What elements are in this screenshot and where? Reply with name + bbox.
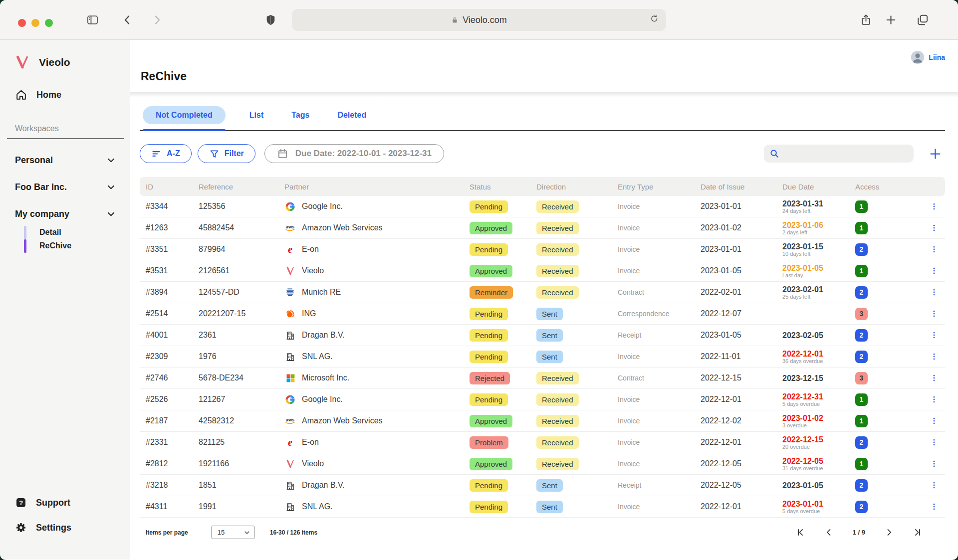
row-menu-button[interactable] [917,331,945,340]
cell-id: #2331 [140,438,193,447]
cell-partner: ING [278,308,464,320]
cell-direction: Sent [530,329,612,342]
table-row[interactable]: #2526121267Google Inc.PendingReceivedInv… [140,389,945,410]
cell-status: Pending [464,200,530,213]
last-page-button[interactable] [913,528,922,537]
row-menu-button[interactable] [917,266,945,275]
partner-name: Munich RE [302,288,341,297]
sort-button[interactable]: A-Z [140,144,192,163]
address-bar[interactable]: Vieolo.com [292,9,666,31]
table-row[interactable]: #27465678-DE234Microsoft Inc.RejectedRec… [140,368,945,389]
table-row[interactable]: #218742582312awsAmazon Web ServicesAppro… [140,410,945,432]
sidebar-workspace-foo-bar-inc[interactable]: Foo Bar Inc. [0,181,130,193]
table-row[interactable]: #28121921166VieoloApprovedReceivedInvoic… [140,453,945,475]
row-menu-button[interactable] [917,481,945,490]
row-menu-button[interactable] [917,438,945,447]
tab-overview-icon[interactable] [916,13,929,26]
row-menu-button[interactable] [917,288,945,297]
cell-access: 1 [849,458,917,470]
privacy-shield-icon[interactable] [264,13,277,26]
forward-button[interactable] [151,14,163,26]
row-menu-button[interactable] [917,223,945,232]
close-window-button[interactable] [18,19,26,27]
partner-name: E-on [302,438,319,447]
row-menu-button[interactable] [917,245,945,254]
row-menu-button[interactable] [917,309,945,318]
cell-reference: 1976 [193,352,278,361]
row-menu-button[interactable] [917,352,945,361]
tab-deleted[interactable]: Deleted [337,106,366,124]
zoom-window-button[interactable] [45,19,53,27]
table-row[interactable]: #3344125356Google Inc.PendingReceivedInv… [140,196,945,217]
direction-badge: Received [536,415,579,427]
row-menu-button[interactable] [917,459,945,468]
table-row[interactable]: #23091976SNL AG.PendingSentInvoice2022-1… [140,346,945,368]
new-tab-icon[interactable] [885,13,897,26]
cell-status: Rejected [464,372,530,384]
cell-id: #2309 [140,352,193,361]
avatar[interactable] [911,51,924,64]
cell-due-date: 2022-12-0136 days overdue [776,350,849,364]
access-badge: 1 [855,393,868,406]
search-input[interactable] [783,150,909,158]
table-row[interactable]: #40012361Dragan B.V.PendingSentReceipt20… [140,325,945,346]
sidebar-item-settings[interactable]: Settings [0,522,130,534]
status-badge: Pending [470,393,508,406]
table-row[interactable]: #2331821125eE-onProblemReceivedInvoice20… [140,432,945,453]
sidebar-toggle-icon[interactable] [86,13,99,26]
add-entry-button[interactable] [929,147,942,161]
table-header: IDReferencePartnerStatusDirectionEntry T… [140,177,945,196]
table-row[interactable]: #43111991SNL AG.PendingSentInvoice2022-1… [140,496,945,518]
cell-id: #3218 [140,481,193,490]
settings-label: Settings [36,523,71,533]
sidebar-subitem-rechive[interactable]: ReChive [26,239,71,253]
table-row[interactable]: #3894124557-DDMunich REReminderReceivedC… [140,282,945,303]
search-box [764,145,914,163]
items-range-label: 16-30 / 126 items [270,529,317,536]
cell-direction: Received [530,458,612,470]
table-row[interactable]: #3351879964eE-onPendingReceivedInvoice20… [140,239,945,260]
filter-button[interactable]: Filter [198,144,255,163]
table-row[interactable]: #32181851Dragan B.V.PendingSentReceipt20… [140,475,945,496]
tab-list[interactable]: List [249,106,263,124]
share-icon[interactable] [860,13,872,26]
direction-badge: Sent [536,501,563,513]
minimize-window-button[interactable] [31,19,39,27]
cell-access: 2 [849,351,917,363]
status-badge: Approved [470,458,512,470]
tab-not-completed[interactable]: Not Completed [143,106,226,124]
cell-entry-type: Invoice [612,202,695,210]
row-menu-button[interactable] [917,416,945,425]
workspaces-label: Workspaces [0,124,130,133]
user-name[interactable]: Liina [929,53,945,61]
table-row[interactable]: #126345882454awsAmazon Web ServicesAppro… [140,217,945,239]
table-row[interactable]: #251420221207-15INGPendingSentCorrespond… [140,303,945,325]
status-badge: Approved [470,265,512,277]
table-row[interactable]: #35312126561VieoloApprovedReceivedInvoic… [140,260,945,282]
row-menu-button[interactable] [917,202,945,211]
items-per-page-select[interactable]: 15 [211,526,255,539]
due-date-filter[interactable]: Due Date: 2022-10-01 - 2023-12-31 [264,144,444,163]
previous-page-button[interactable] [824,528,834,537]
cell-status: Reminder [464,286,530,299]
tab-tags[interactable]: Tags [291,106,309,124]
cell-date-of-issue: 2023-01-05 [695,331,776,340]
first-page-button[interactable] [796,528,805,537]
items-per-page-value: 15 [218,529,225,536]
sidebar-workspace-my-company[interactable]: My company [0,208,130,220]
back-button[interactable] [121,14,133,26]
access-badge: 2 [855,479,868,492]
sidebar-item-home[interactable]: Home [0,89,130,101]
svg-text:aws: aws [286,224,294,229]
cell-due-date: 2023-01-3124 days left [776,199,849,214]
building-icon [284,480,296,491]
row-menu-button[interactable] [917,373,945,382]
next-page-button[interactable] [884,528,894,537]
sidebar-subitem-detail[interactable]: Detail [26,226,71,239]
row-menu-button[interactable] [917,502,945,511]
sidebar-workspace-personal[interactable]: Personal [0,154,130,166]
traffic-lights [18,19,53,27]
row-menu-button[interactable] [917,395,945,404]
reload-icon[interactable] [650,14,659,26]
sidebar-item-support[interactable]: ? Support [0,497,130,509]
